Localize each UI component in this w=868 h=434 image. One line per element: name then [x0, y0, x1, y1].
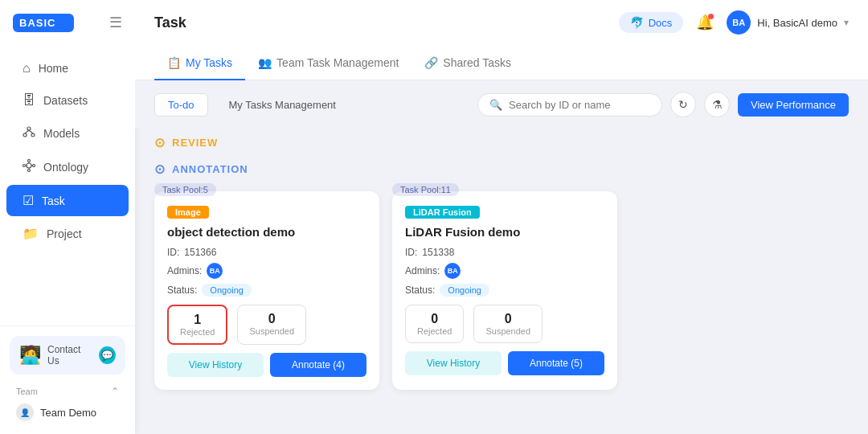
view-history-button-0[interactable]: View History	[167, 353, 264, 377]
view-performance-button[interactable]: View Performance	[738, 93, 849, 117]
svg-point-7	[33, 165, 35, 167]
admins-label-0: Admins:	[167, 265, 202, 276]
tab-my-tasks[interactable]: 📋 My Tasks	[154, 45, 245, 80]
svg-point-2	[31, 133, 35, 137]
header: Task 🐬 Docs 🔔 BA Hi, BasicAI demo ▾	[135, 0, 868, 45]
user-chevron-icon: ▾	[844, 17, 849, 28]
admin-avatar-0: BA	[207, 263, 223, 279]
stat-rejected-1: 0 Rejected	[405, 305, 464, 343]
task-card-1: Task Pool:11 LiDAR Fusion LiDAR Fusion d…	[392, 191, 617, 390]
search-box: 🔍	[477, 93, 662, 117]
stat-num-rejected-1: 0	[417, 312, 452, 326]
team-task-icon: 👥	[258, 56, 272, 69]
status-label-0: Status:	[167, 285, 197, 296]
home-icon: ⌂	[23, 61, 31, 76]
contact-label: Contact Us	[47, 344, 92, 366]
docs-icon: 🐬	[630, 16, 644, 29]
todo-button[interactable]: To-do	[154, 93, 208, 117]
nav-items: ⌂ Home 🗄 Datasets Models Ontology ☑ Task…	[0, 45, 135, 326]
datasets-icon: 🗄	[23, 93, 35, 108]
sidebar-item-ontology[interactable]: Ontology	[6, 151, 129, 183]
stat-num-rejected-0: 1	[180, 313, 215, 327]
card-title-0: object detection demo	[167, 225, 366, 239]
team-name-row[interactable]: 👤 Team Demo	[10, 400, 125, 424]
stat-num-suspended-1: 0	[485, 312, 530, 326]
card-title-1: LiDAR Fusion demo	[405, 225, 604, 239]
search-input[interactable]	[509, 99, 650, 111]
stat-label-rejected-1: Rejected	[417, 326, 452, 336]
filter-button[interactable]: ⚗	[704, 92, 730, 117]
card-actions-1: View History Annotate (5)	[405, 351, 604, 375]
card-meta-admins-1: Admins: BA	[405, 263, 604, 279]
sidebar-item-label: Ontology	[43, 161, 88, 174]
sidebar-item-models[interactable]: Models	[6, 117, 129, 149]
review-label: REVIEW	[172, 137, 218, 149]
task-card-0: Task Pool:5 Image object detection demo …	[154, 191, 379, 390]
stat-suspended-1: 0 Suspended	[473, 305, 542, 343]
stat-suspended-0: 0 Suspended	[237, 305, 306, 345]
svg-point-1	[23, 133, 27, 137]
sidebar-item-label: Models	[43, 127, 80, 140]
lidar-tag-badge: LiDAR Fusion	[405, 206, 480, 219]
stat-label-suspended-1: Suspended	[485, 326, 530, 336]
annotate-button-1[interactable]: Annotate (5)	[508, 351, 604, 375]
status-badge-0: Ongoing	[202, 284, 252, 297]
sidebar-item-home[interactable]: ⌂ Home	[6, 53, 129, 84]
team-label: Team	[16, 387, 38, 396]
id-value-0: 151366	[184, 247, 216, 258]
sidebar-item-task[interactable]: ☑ Task	[6, 185, 129, 216]
notification-dot	[708, 14, 714, 19]
tab-label: My Tasks	[186, 56, 232, 69]
notification-button[interactable]: 🔔	[696, 14, 714, 31]
annotation-toggle-icon[interactable]: ⊙	[154, 162, 166, 177]
card-meta-admins-0: Admins: BA	[167, 263, 366, 279]
admin-avatar-1: BA	[444, 263, 461, 279]
svg-point-6	[23, 165, 26, 167]
status-badge-1: Ongoing	[440, 284, 489, 297]
stat-num-suspended-0: 0	[249, 312, 294, 326]
sidebar-item-label: Task	[42, 194, 65, 207]
tab-shared-tasks[interactable]: 🔗 Shared Tasks	[411, 45, 524, 80]
card-meta-id-1: ID: 151338	[405, 247, 604, 258]
models-icon	[23, 125, 35, 141]
stats-row-1: 0 Rejected 0 Suspended	[405, 305, 604, 343]
card-meta-status-0: Status: Ongoing	[167, 284, 366, 297]
admins-label-1: Admins:	[405, 265, 440, 276]
team-avatar: 👤	[16, 403, 34, 421]
logo: BASICAI	[13, 14, 74, 32]
card-meta-status-1: Status: Ongoing	[405, 284, 604, 297]
svg-point-9	[28, 170, 31, 172]
my-tasks-icon: 📋	[167, 56, 181, 69]
sidebar-item-label: Project	[47, 227, 82, 240]
sidebar-item-datasets[interactable]: 🗄 Datasets	[6, 85, 129, 116]
refresh-button[interactable]: ↻	[670, 92, 696, 117]
task-icon: ☑	[23, 193, 34, 208]
svg-point-0	[27, 127, 31, 130]
team-name: Team Demo	[40, 407, 96, 419]
review-toggle-icon[interactable]: ⊙	[154, 135, 166, 150]
sections: ⊙ REVIEW ⊙ ANNOTATION Task Pool:5 Image …	[135, 129, 868, 430]
hamburger-icon[interactable]: ☰	[109, 14, 122, 31]
user-info[interactable]: BA Hi, BasicAI demo ▾	[727, 10, 849, 35]
team-section: Team ⌃	[10, 383, 125, 400]
stat-rejected-0: 1 Rejected	[167, 305, 227, 345]
tab-team-task[interactable]: 👥 Team Task Management	[245, 45, 411, 80]
annotation-label: ANNOTATION	[172, 163, 248, 175]
sidebar-logo: BASICAI ☰	[0, 0, 135, 45]
sidebar-item-project[interactable]: 📁 Project	[6, 218, 129, 249]
annotate-button-0[interactable]: Annotate (4)	[270, 353, 366, 377]
ontology-icon	[23, 159, 35, 175]
contact-bubble-icon[interactable]: 💬	[99, 346, 116, 364]
card-meta-id-0: ID: 151366	[167, 247, 366, 258]
toolbar: To-do My Tasks Management 🔍 ↻ ⚗ View Per…	[135, 80, 868, 129]
stat-label-suspended-0: Suspended	[249, 326, 294, 336]
tabs-row: 📋 My Tasks 👥 Team Task Management 🔗 Shar…	[135, 45, 868, 80]
main-content: Task 🐬 Docs 🔔 BA Hi, BasicAI demo ▾ 📋 My…	[135, 0, 868, 434]
docs-button[interactable]: 🐬 Docs	[619, 12, 684, 33]
svg-line-4	[29, 130, 33, 133]
view-history-button-1[interactable]: View History	[405, 351, 502, 375]
team-chevron-icon[interactable]: ⌃	[111, 386, 119, 397]
review-section-header: ⊙ REVIEW	[154, 129, 849, 155]
tasks-management-button[interactable]: My Tasks Management	[216, 94, 349, 116]
svg-point-5	[27, 163, 31, 168]
